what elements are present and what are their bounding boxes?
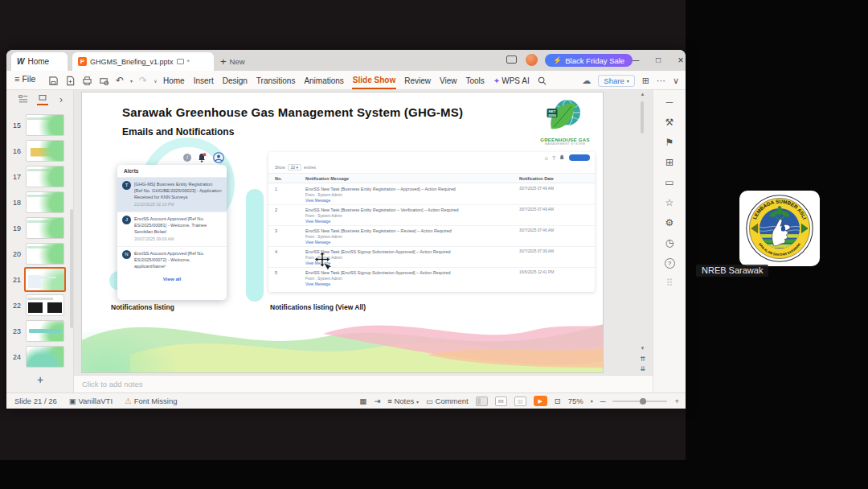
collapse-ribbon-icon[interactable]: ∨ xyxy=(673,76,679,86)
wps-office-window: W Home P GHGMS_Briefing_v1.pptx * + New … xyxy=(6,50,686,409)
quickbar-collapse-icon[interactable]: ∨ xyxy=(154,78,157,84)
menu-tools[interactable]: Tools xyxy=(465,73,485,88)
nreb-logo: LEMBAGA SUMBER ASLI DAN ALAM SEKITAR SAR… xyxy=(745,194,814,263)
restore-button[interactable]: □ xyxy=(649,52,667,68)
redo-icon[interactable]: ↷ xyxy=(139,75,147,86)
cloud-sync-icon[interactable]: ☁ xyxy=(582,76,591,86)
add-slide-button[interactable]: + xyxy=(6,373,74,386)
minimize-button[interactable]: ─ xyxy=(627,52,645,68)
export-icon[interactable] xyxy=(65,76,76,86)
scrollbar-thumb[interactable] xyxy=(641,101,644,134)
fit-slide-icon[interactable]: ⊡ xyxy=(555,397,561,405)
slideshow-play-button[interactable]: ▶ xyxy=(534,396,547,406)
toolbar-history-icon[interactable]: ◷ xyxy=(665,238,674,249)
promo-button[interactable]: ⚡ Black Friday Sale xyxy=(545,54,633,67)
menu-animations[interactable]: Animations xyxy=(303,73,344,88)
thumbnail xyxy=(26,166,64,187)
grid-icon[interactable]: ▦ xyxy=(359,397,366,405)
menu-transitions[interactable]: Transitions xyxy=(256,73,297,88)
prev-slide-button[interactable]: ⇈ xyxy=(638,355,647,363)
toolbar-collapse-icon[interactable]: ─ xyxy=(666,97,674,108)
toolbar-help-icon[interactable]: ? xyxy=(665,258,675,269)
slide-thumb-22[interactable]: 22 xyxy=(6,294,74,318)
comment-button[interactable]: ▭ Comment xyxy=(426,397,469,405)
new-tab-button[interactable]: + New xyxy=(220,52,245,71)
slide-title[interactable]: Sarawak Greenhouse Gas Management System… xyxy=(122,105,463,119)
view-reading-button[interactable]: ▯▯ xyxy=(514,397,526,406)
view-normal-button[interactable] xyxy=(476,397,488,406)
share-button[interactable]: Share▾ xyxy=(598,75,634,87)
print-icon[interactable] xyxy=(82,76,92,86)
task-pane-icon[interactable]: ⊞ xyxy=(642,76,649,86)
zoom-slider[interactable] xyxy=(612,401,667,402)
scroll-down-icon[interactable]: ▼ xyxy=(638,346,647,351)
tab-document[interactable]: P GHGMS_Briefing_v1.pptx * xyxy=(72,52,214,71)
slide-thumb-18[interactable]: 18 xyxy=(6,191,74,216)
panel-scrollbar[interactable] xyxy=(70,209,73,328)
slide-thumb-20[interactable]: 20 xyxy=(6,243,74,267)
toolbar-comment-icon[interactable]: ▭ xyxy=(665,178,674,188)
scroll-up-icon[interactable]: ▲ xyxy=(638,92,647,97)
save-icon[interactable] xyxy=(48,76,59,86)
slide-thumb-15[interactable]: 15 xyxy=(6,114,74,138)
theme-button[interactable]: ▣ VanillaVTI xyxy=(69,397,113,405)
menu-review[interactable]: Review xyxy=(403,73,432,88)
next-slide-button[interactable]: ⇊ xyxy=(638,365,647,372)
search-icon[interactable] xyxy=(538,76,547,85)
participant-tile[interactable]: LEMBAGA SUMBER ASLI DAN ALAM SEKITAR SAR… xyxy=(739,191,820,266)
close-button[interactable]: × xyxy=(672,52,690,68)
view-sorter-button[interactable]: 88 xyxy=(495,397,507,406)
menu-wps-ai[interactable]: ✦WPS AI xyxy=(493,73,530,88)
zoom-level[interactable]: 75% xyxy=(568,397,583,405)
print-preview-icon[interactable] xyxy=(99,76,109,86)
slide-thumb-23[interactable]: 23 xyxy=(6,320,74,344)
notes-list-icon: ≡ xyxy=(387,397,392,405)
slide-thumb-17[interactable]: 17 xyxy=(6,166,74,190)
toolbar-more-icon[interactable]: ⠿ xyxy=(666,278,674,289)
notes-button[interactable]: ≡ Notes ▾ xyxy=(387,397,419,405)
zoom-out-button[interactable]: ─ xyxy=(600,397,606,405)
menu-slide-show[interactable]: Slide Show xyxy=(352,72,396,89)
toolbar-settings-icon[interactable]: ⚙ xyxy=(665,218,674,228)
thumbnail xyxy=(26,346,64,368)
slide-thumb-24[interactable]: 24 xyxy=(6,346,74,370)
home-icon: ⌂ xyxy=(545,155,548,161)
tab-home[interactable]: W Home xyxy=(11,52,68,71)
ppt-file-icon: P xyxy=(78,57,87,66)
menu-design[interactable]: Design xyxy=(222,73,248,88)
screen-mode-icon[interactable] xyxy=(506,55,517,64)
font-missing-warning[interactable]: ⚠ Font Missing xyxy=(125,397,177,405)
new-tab-label: New xyxy=(230,57,245,66)
file-menu[interactable]: ≡ File xyxy=(14,74,35,84)
undo-icon[interactable]: ↶ xyxy=(116,75,124,86)
zoom-caret-icon[interactable]: ▾ xyxy=(591,398,593,404)
slide-thumb-19[interactable]: 19 xyxy=(6,217,74,241)
zoom-in-button[interactable]: + xyxy=(674,397,679,405)
expand-panel-icon[interactable]: › xyxy=(59,94,63,105)
alert-item-3: N EnviSS Account Approved [Ref No. ES/20… xyxy=(117,247,227,273)
green-blob-decoration xyxy=(81,326,180,373)
thumbnail-view-icon[interactable] xyxy=(37,94,48,105)
toolbar-favorites-icon[interactable]: ☆ xyxy=(665,198,674,208)
goto-icon[interactable]: ⇥ xyxy=(374,397,380,405)
theme-name: VanillaVTI xyxy=(78,397,113,405)
zoom-slider-knob[interactable] xyxy=(640,398,646,405)
slide-subtitle[interactable]: Emails and Notifications xyxy=(122,126,234,138)
menu-home[interactable]: Home xyxy=(162,73,186,88)
slide-thumb-16[interactable]: 16 xyxy=(6,140,74,164)
undo-caret-icon[interactable]: ▾ xyxy=(130,78,133,84)
menu-view[interactable]: View xyxy=(439,73,458,88)
slide-thumb-21-selected[interactable]: 21 xyxy=(6,269,74,293)
table-row-3: 3EnviSS New Task [Business Entity Regist… xyxy=(268,226,595,247)
menu-insert[interactable]: Insert xyxy=(193,73,215,88)
slide-canvas[interactable]: Sarawak Greenhouse Gas Management System… xyxy=(81,92,604,373)
toolbar-shapes-icon[interactable]: ⊞ xyxy=(665,158,674,168)
toolbar-theme-icon[interactable]: ⚑ xyxy=(665,138,674,148)
account-avatar[interactable] xyxy=(526,54,538,66)
ghg-ms-logo[interactable]: NET 2050 GREENHOUSE GAS MANAGEMENT SYSTE… xyxy=(538,96,592,146)
editor-scrollbar[interactable]: ▲ ▼ ⇈ ⇊ xyxy=(638,90,647,375)
more-options-icon[interactable]: ⋯ xyxy=(657,76,665,86)
outline-view-icon[interactable] xyxy=(18,94,29,105)
notes-bar[interactable]: Click to add notes xyxy=(74,375,653,392)
toolbar-tools-icon[interactable]: ⚒ xyxy=(665,117,674,128)
